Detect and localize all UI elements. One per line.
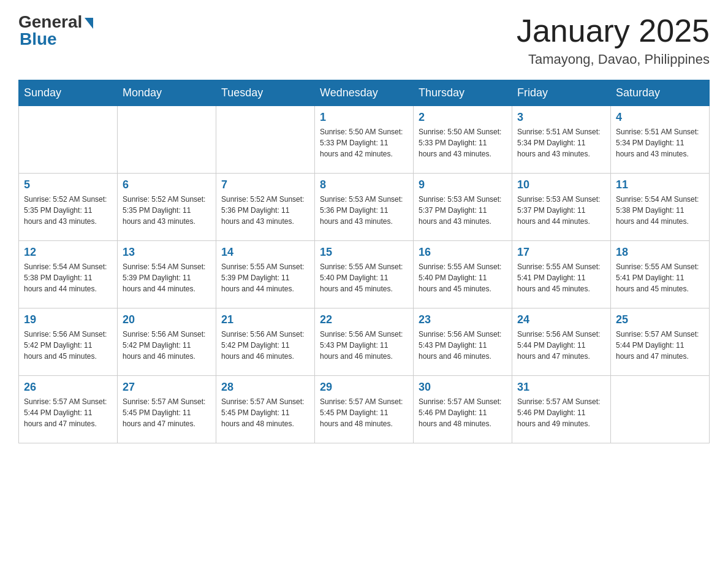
calendar-cell: 5Sunrise: 5:52 AM Sunset: 5:35 PM Daylig… (19, 174, 118, 241)
day-info: Sunrise: 5:55 AM Sunset: 5:40 PM Dayligh… (320, 261, 408, 294)
day-info: Sunrise: 5:55 AM Sunset: 5:41 PM Dayligh… (517, 261, 605, 294)
day-number: 20 (123, 313, 211, 326)
calendar-cell: 8Sunrise: 5:53 AM Sunset: 5:36 PM Daylig… (315, 174, 414, 241)
day-number: 9 (419, 178, 507, 191)
calendar-cell: 9Sunrise: 5:53 AM Sunset: 5:37 PM Daylig… (414, 174, 512, 241)
calendar-cell: 7Sunrise: 5:52 AM Sunset: 5:36 PM Daylig… (216, 174, 315, 241)
calendar-header-wednesday: Wednesday (315, 80, 414, 106)
day-info: Sunrise: 5:57 AM Sunset: 5:44 PM Dayligh… (616, 329, 704, 362)
calendar-cell (611, 376, 710, 443)
day-info: Sunrise: 5:57 AM Sunset: 5:46 PM Dayligh… (517, 396, 605, 429)
day-number: 28 (221, 381, 309, 394)
day-info: Sunrise: 5:55 AM Sunset: 5:39 PM Dayligh… (221, 261, 309, 294)
day-number: 16 (419, 246, 507, 259)
day-number: 29 (320, 381, 408, 394)
day-number: 23 (419, 313, 507, 326)
calendar-cell: 3Sunrise: 5:51 AM Sunset: 5:34 PM Daylig… (512, 106, 611, 174)
day-number: 18 (616, 246, 704, 259)
calendar-cell: 31Sunrise: 5:57 AM Sunset: 5:46 PM Dayli… (512, 376, 611, 443)
day-info: Sunrise: 5:52 AM Sunset: 5:35 PM Dayligh… (123, 194, 211, 227)
day-number: 10 (517, 178, 605, 191)
day-info: Sunrise: 5:50 AM Sunset: 5:33 PM Dayligh… (320, 126, 408, 159)
day-info: Sunrise: 5:57 AM Sunset: 5:45 PM Dayligh… (221, 396, 309, 429)
day-info: Sunrise: 5:55 AM Sunset: 5:41 PM Dayligh… (616, 261, 704, 294)
day-number: 4 (616, 111, 704, 124)
day-number: 22 (320, 313, 408, 326)
day-number: 15 (320, 246, 408, 259)
day-number: 8 (320, 178, 408, 191)
day-info: Sunrise: 5:56 AM Sunset: 5:43 PM Dayligh… (320, 329, 408, 362)
month-title: January 2025 (517, 12, 710, 49)
calendar-cell: 22Sunrise: 5:56 AM Sunset: 5:43 PM Dayli… (315, 308, 414, 376)
logo: General Blue (18, 12, 93, 49)
day-number: 19 (24, 313, 112, 326)
day-number: 6 (123, 178, 211, 191)
day-info: Sunrise: 5:53 AM Sunset: 5:37 PM Dayligh… (419, 194, 507, 227)
logo-arrow-icon (85, 18, 93, 29)
calendar-header-thursday: Thursday (414, 80, 512, 106)
day-info: Sunrise: 5:54 AM Sunset: 5:38 PM Dayligh… (616, 194, 704, 227)
calendar-cell: 6Sunrise: 5:52 AM Sunset: 5:35 PM Daylig… (118, 174, 216, 241)
day-info: Sunrise: 5:56 AM Sunset: 5:43 PM Dayligh… (419, 329, 507, 362)
calendar-week-1: 5Sunrise: 5:52 AM Sunset: 5:35 PM Daylig… (19, 174, 710, 241)
calendar-cell: 14Sunrise: 5:55 AM Sunset: 5:39 PM Dayli… (216, 241, 315, 308)
day-number: 31 (517, 381, 605, 394)
calendar-cell: 27Sunrise: 5:57 AM Sunset: 5:45 PM Dayli… (118, 376, 216, 443)
day-number: 13 (123, 246, 211, 259)
calendar-cell: 28Sunrise: 5:57 AM Sunset: 5:45 PM Dayli… (216, 376, 315, 443)
page-header: General Blue January 2025 Tamayong, Dava… (18, 12, 710, 67)
day-number: 24 (517, 313, 605, 326)
calendar-cell: 2Sunrise: 5:50 AM Sunset: 5:33 PM Daylig… (414, 106, 512, 174)
calendar-cell: 17Sunrise: 5:55 AM Sunset: 5:41 PM Dayli… (512, 241, 611, 308)
calendar-cell: 21Sunrise: 5:56 AM Sunset: 5:42 PM Dayli… (216, 308, 315, 376)
day-info: Sunrise: 5:56 AM Sunset: 5:44 PM Dayligh… (517, 329, 605, 362)
day-info: Sunrise: 5:52 AM Sunset: 5:36 PM Dayligh… (221, 194, 309, 227)
day-number: 21 (221, 313, 309, 326)
calendar-week-2: 12Sunrise: 5:54 AM Sunset: 5:38 PM Dayli… (19, 241, 710, 308)
calendar-cell: 10Sunrise: 5:53 AM Sunset: 5:37 PM Dayli… (512, 174, 611, 241)
day-info: Sunrise: 5:50 AM Sunset: 5:33 PM Dayligh… (419, 126, 507, 159)
day-info: Sunrise: 5:52 AM Sunset: 5:35 PM Dayligh… (24, 194, 112, 227)
calendar-cell: 19Sunrise: 5:56 AM Sunset: 5:42 PM Dayli… (19, 308, 118, 376)
location-title: Tamayong, Davao, Philippines (517, 52, 710, 67)
day-info: Sunrise: 5:53 AM Sunset: 5:37 PM Dayligh… (517, 194, 605, 227)
calendar-header-sunday: Sunday (19, 80, 118, 106)
day-info: Sunrise: 5:53 AM Sunset: 5:36 PM Dayligh… (320, 194, 408, 227)
calendar-cell: 1Sunrise: 5:50 AM Sunset: 5:33 PM Daylig… (315, 106, 414, 174)
day-number: 5 (24, 178, 112, 191)
calendar-header-saturday: Saturday (611, 80, 710, 106)
day-number: 26 (24, 381, 112, 394)
calendar-week-3: 19Sunrise: 5:56 AM Sunset: 5:42 PM Dayli… (19, 308, 710, 376)
day-number: 25 (616, 313, 704, 326)
day-info: Sunrise: 5:56 AM Sunset: 5:42 PM Dayligh… (123, 329, 211, 362)
calendar-cell: 30Sunrise: 5:57 AM Sunset: 5:46 PM Dayli… (414, 376, 512, 443)
day-number: 7 (221, 178, 309, 191)
calendar-header-tuesday: Tuesday (216, 80, 315, 106)
calendar-cell: 18Sunrise: 5:55 AM Sunset: 5:41 PM Dayli… (611, 241, 710, 308)
day-info: Sunrise: 5:51 AM Sunset: 5:34 PM Dayligh… (517, 126, 605, 159)
calendar-body: 1Sunrise: 5:50 AM Sunset: 5:33 PM Daylig… (19, 106, 710, 443)
calendar-cell: 26Sunrise: 5:57 AM Sunset: 5:44 PM Dayli… (19, 376, 118, 443)
calendar-cell: 4Sunrise: 5:51 AM Sunset: 5:34 PM Daylig… (611, 106, 710, 174)
day-info: Sunrise: 5:57 AM Sunset: 5:45 PM Dayligh… (320, 396, 408, 429)
day-info: Sunrise: 5:57 AM Sunset: 5:44 PM Dayligh… (24, 396, 112, 429)
calendar-cell: 11Sunrise: 5:54 AM Sunset: 5:38 PM Dayli… (611, 174, 710, 241)
calendar-cell: 16Sunrise: 5:55 AM Sunset: 5:40 PM Dayli… (414, 241, 512, 308)
day-info: Sunrise: 5:56 AM Sunset: 5:42 PM Dayligh… (24, 329, 112, 362)
calendar-header: SundayMondayTuesdayWednesdayThursdayFrid… (19, 80, 710, 106)
title-section: January 2025 Tamayong, Davao, Philippine… (517, 12, 710, 67)
calendar-header-friday: Friday (512, 80, 611, 106)
day-info: Sunrise: 5:55 AM Sunset: 5:40 PM Dayligh… (419, 261, 507, 294)
calendar-week-0: 1Sunrise: 5:50 AM Sunset: 5:33 PM Daylig… (19, 106, 710, 174)
logo-blue-text: Blue (20, 29, 57, 49)
day-number: 12 (24, 246, 112, 259)
calendar-cell: 25Sunrise: 5:57 AM Sunset: 5:44 PM Dayli… (611, 308, 710, 376)
day-info: Sunrise: 5:57 AM Sunset: 5:46 PM Dayligh… (419, 396, 507, 429)
calendar-cell: 23Sunrise: 5:56 AM Sunset: 5:43 PM Dayli… (414, 308, 512, 376)
day-number: 17 (517, 246, 605, 259)
calendar-cell: 29Sunrise: 5:57 AM Sunset: 5:45 PM Dayli… (315, 376, 414, 443)
calendar-cell: 13Sunrise: 5:54 AM Sunset: 5:39 PM Dayli… (118, 241, 216, 308)
day-info: Sunrise: 5:51 AM Sunset: 5:34 PM Dayligh… (616, 126, 704, 159)
calendar-cell: 15Sunrise: 5:55 AM Sunset: 5:40 PM Dayli… (315, 241, 414, 308)
calendar-cell (19, 106, 118, 174)
